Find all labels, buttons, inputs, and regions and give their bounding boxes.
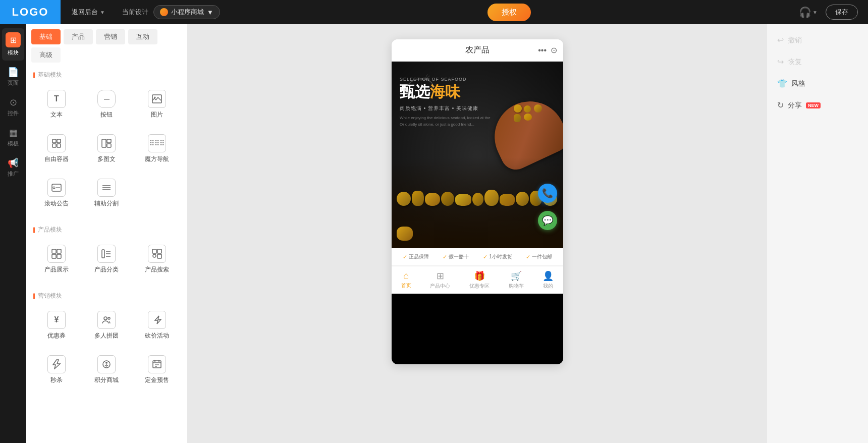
sidebar-item-modules[interactable]: ⊞ 模块 bbox=[2, 28, 24, 61]
nav-discounts[interactable]: 🎁 优惠专区 bbox=[465, 269, 494, 291]
undo-icon: ↩ bbox=[777, 35, 784, 45]
redo-action[interactable]: ↪ 恢复 bbox=[773, 54, 862, 70]
svg-point-28 bbox=[108, 317, 110, 319]
food-bottom bbox=[392, 157, 563, 248]
flash-sale-price-icon bbox=[148, 311, 166, 329]
svg-rect-16 bbox=[57, 249, 61, 253]
authorize-button[interactable]: 授权 bbox=[487, 4, 531, 21]
header-center: 授权 bbox=[220, 4, 799, 21]
magic-nav-icon: ⠿⠿⠿ bbox=[148, 134, 166, 152]
miniprogram-selector[interactable]: 小程序商城 ▼ bbox=[153, 5, 220, 19]
svg-rect-6 bbox=[102, 139, 106, 147]
coupon-icon: ¥ bbox=[47, 311, 66, 329]
svg-rect-17 bbox=[52, 254, 56, 258]
svg-point-25 bbox=[153, 254, 156, 257]
svg-rect-19 bbox=[102, 250, 104, 258]
module-flash-sale-price[interactable]: 砍价活动 bbox=[134, 305, 180, 346]
nav-cart[interactable]: 🛒 购物车 bbox=[505, 269, 528, 291]
svg-rect-15 bbox=[52, 249, 56, 253]
scan-icon[interactable]: ⊙ bbox=[551, 45, 557, 55]
share-action[interactable]: ↻ 分享 NEW bbox=[773, 97, 862, 113]
section-basic: 基础模块 T 文本 — 按钮 图片 bbox=[26, 66, 187, 213]
controls-icon: ⊙ bbox=[10, 97, 17, 108]
tab-basic[interactable]: 基础 bbox=[31, 29, 61, 44]
secondary-tab-row: 高级 bbox=[31, 47, 182, 63]
module-flash-sale[interactable]: 秒杀 bbox=[33, 350, 80, 390]
module-text[interactable]: T 文本 bbox=[33, 84, 80, 125]
tab-advanced[interactable]: 高级 bbox=[31, 47, 61, 63]
phone-nav: ⌂ 首页 ⊞ 产品中心 🎁 优惠专区 🛒 购物车 bbox=[392, 266, 563, 294]
sidebar-promote-label: 推广 bbox=[8, 170, 19, 178]
module-tabs: 基础 产品 营销 互动 bbox=[26, 24, 187, 44]
save-button[interactable]: 保存 bbox=[826, 5, 858, 20]
module-scroll-notice[interactable]: 滚动公告 bbox=[33, 173, 80, 213]
home-icon: ⌂ bbox=[403, 270, 409, 281]
module-product-category[interactable]: 产品分类 bbox=[84, 239, 130, 280]
more-icon[interactable]: ••• bbox=[538, 46, 547, 55]
module-deposit-sale[interactable]: 定金预售 bbox=[134, 350, 180, 390]
left-sidebar: ⊞ 模块 📄 页面 ⊙ 控件 ▦ 模板 📢 推广 bbox=[0, 24, 26, 443]
float-call-button[interactable]: 📞 bbox=[538, 184, 557, 203]
sidebar-item-pages[interactable]: 📄 页面 bbox=[2, 63, 24, 91]
trust-item-2: ✓ 1小时发货 bbox=[483, 253, 512, 260]
sidebar-modules-label: 模块 bbox=[8, 49, 19, 57]
miniprogram-arrow-icon: ▼ bbox=[207, 9, 213, 16]
products-icon: ⊞ bbox=[437, 270, 444, 282]
trust-icon-3: ✓ bbox=[526, 254, 530, 260]
trust-icon-1: ✓ bbox=[443, 254, 447, 260]
module-magic-nav[interactable]: ⠿⠿⠿ 魔方导航 bbox=[134, 129, 180, 169]
nav-home[interactable]: ⌂ 首页 bbox=[397, 269, 415, 291]
module-coupon[interactable]: ¥ 优惠券 bbox=[33, 305, 80, 346]
phone-header: 农产品 ••• ⊙ bbox=[392, 39, 563, 62]
module-assist-divider[interactable]: 辅助分割 bbox=[84, 173, 130, 213]
module-group-buy[interactable]: 多人拼团 bbox=[84, 305, 130, 346]
svg-rect-24 bbox=[157, 249, 161, 253]
svg-rect-7 bbox=[107, 139, 111, 143]
shrimp-decoration bbox=[400, 72, 440, 99]
share-icon: ↻ bbox=[777, 100, 784, 110]
sidebar-item-templates[interactable]: ▦ 模板 bbox=[2, 123, 24, 151]
trust-item-0: ✓ 正品保障 bbox=[403, 253, 429, 260]
nav-products[interactable]: ⊞ 产品中心 bbox=[426, 269, 454, 291]
module-product-search[interactable]: 产品搜索 bbox=[134, 239, 180, 280]
phone-header-icons: ••• ⊙ bbox=[538, 45, 557, 55]
module-button[interactable]: — 按钮 bbox=[84, 84, 130, 125]
module-panel: 基础 产品 营销 互动 高级 基础模块 T 文本 — 按钮 bbox=[26, 24, 188, 443]
headset-icon[interactable]: 🎧 ▼ bbox=[799, 6, 818, 18]
tab-interactive[interactable]: 互动 bbox=[128, 29, 157, 44]
assist-divider-icon bbox=[97, 179, 116, 197]
sidebar-controls-label: 控件 bbox=[8, 109, 19, 117]
right-panel: ↩ 撤销 ↪ 恢复 👕 风格 ↻ 分享 NEW bbox=[767, 24, 868, 443]
float-wechat-button[interactable]: 💬 bbox=[538, 211, 557, 230]
module-multi-image[interactable]: 多图文 bbox=[84, 129, 130, 169]
section-marketing-title: 营销模块 bbox=[33, 292, 180, 300]
product-search-icon bbox=[148, 245, 166, 263]
marketing-module-grid: ¥ 优惠券 多人拼团 砍价活动 bbox=[33, 305, 180, 390]
section-product: 产品模块 产品展示 产品分类 bbox=[26, 220, 187, 280]
deposit-sale-icon bbox=[148, 355, 166, 373]
svg-point-36 bbox=[403, 87, 409, 94]
points-mall-icon bbox=[97, 355, 116, 373]
tab-product[interactable]: 产品 bbox=[64, 29, 93, 44]
module-image[interactable]: 图片 bbox=[134, 84, 180, 125]
back-button[interactable]: 返回后台 ▼ bbox=[67, 5, 110, 20]
module-product-display[interactable]: 产品展示 bbox=[33, 239, 80, 280]
section-product-title: 产品模块 bbox=[33, 226, 180, 234]
svg-rect-4 bbox=[52, 144, 56, 147]
current-design-label: 当前设计 bbox=[122, 8, 148, 17]
product-category-icon bbox=[97, 245, 116, 263]
sidebar-item-promote[interactable]: 📢 推广 bbox=[2, 153, 24, 182]
svg-rect-5 bbox=[57, 144, 61, 147]
sidebar-item-controls[interactable]: ⊙ 控件 bbox=[2, 93, 24, 121]
sidebar-pages-label: 页面 bbox=[8, 79, 19, 87]
discounts-icon: 🎁 bbox=[474, 270, 485, 282]
tab-marketing[interactable]: 营销 bbox=[96, 29, 125, 44]
style-action[interactable]: 👕 风格 bbox=[773, 76, 862, 91]
undo-action[interactable]: ↩ 撤销 bbox=[773, 32, 862, 48]
module-points-mall[interactable]: 积分商城 bbox=[84, 350, 130, 390]
promote-icon: 📢 bbox=[8, 157, 19, 169]
module-free-container[interactable]: 自由容器 bbox=[33, 129, 80, 169]
redo-icon: ↪ bbox=[777, 57, 784, 67]
nav-mine[interactable]: 👤 我的 bbox=[538, 269, 558, 291]
svg-rect-23 bbox=[152, 249, 156, 253]
